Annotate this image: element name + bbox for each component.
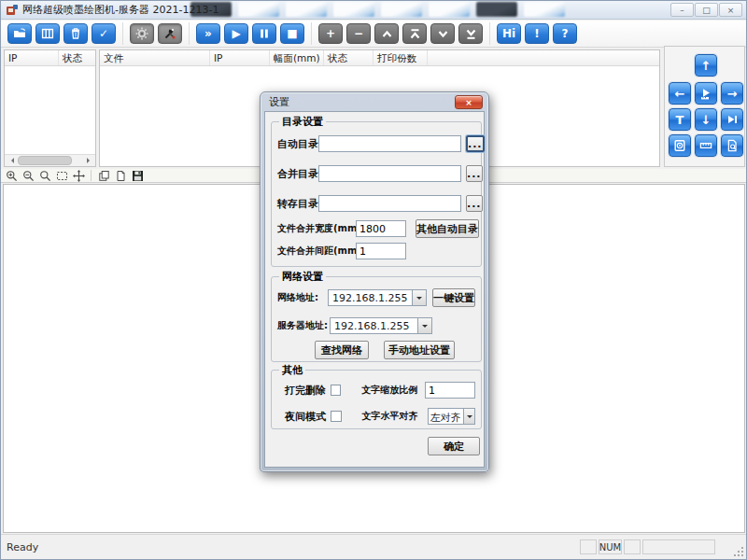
merge-gap-row: 文件合并间距(mm) [277, 243, 475, 259]
window-title: 网络超级喷墨绘图机-服务器 2021-1213-1 [22, 3, 218, 17]
column-width-mm[interactable]: 幅面(mm) [270, 50, 324, 65]
column-copies[interactable]: 打印份数 [374, 50, 428, 65]
titlebar[interactable]: 网络超级喷墨绘图机-服务器 2021-1213-1 – □ × [1, 1, 746, 20]
network-address-combo[interactable]: 192.168.1.255 [328, 289, 427, 306]
pan-button[interactable] [72, 169, 85, 182]
exclamation-icon: ! [534, 27, 539, 40]
combo-dropdown-button[interactable] [412, 289, 427, 306]
scroll-left-arrow[interactable] [5, 155, 17, 166]
status-pane [580, 539, 597, 554]
merge-width-input[interactable] [356, 220, 406, 237]
paper-roll-button[interactable] [669, 134, 691, 157]
move-bottom-button[interactable] [458, 23, 483, 44]
close-button[interactable]: × [719, 3, 742, 17]
nav-left-button[interactable]: ← [669, 82, 691, 105]
text-tool-icon: T [676, 113, 684, 127]
pause-icon [258, 27, 271, 40]
column-status[interactable]: 状态 [59, 50, 95, 65]
maximize-button[interactable]: □ [695, 3, 718, 17]
zoom-out-button[interactable] [21, 169, 35, 182]
tools-button[interactable] [158, 23, 182, 44]
nav-up-button[interactable]: ↑ [695, 54, 717, 77]
copy-icon [98, 170, 110, 182]
select-region-button[interactable] [55, 169, 68, 182]
triangle-left-icon [8, 158, 14, 163]
column-file[interactable]: 文件 [100, 50, 210, 65]
other-auto-dirs-button[interactable]: 其他自动目录 [416, 219, 479, 238]
one-key-setup-button[interactable]: 一键设置 [432, 288, 475, 307]
save-dir-browse-button[interactable]: ... [466, 195, 483, 212]
zoom-in-button[interactable] [5, 169, 18, 182]
scroll-right-arrow[interactable] [83, 155, 95, 166]
open-file-button[interactable] [7, 23, 32, 44]
merge-gap-input[interactable] [356, 243, 406, 259]
stop-button[interactable]: ■ [280, 23, 304, 44]
ruler-icon [698, 138, 713, 153]
save-button[interactable] [131, 169, 144, 182]
column-status[interactable]: 状态 [324, 50, 374, 65]
nav-down-button[interactable]: ↓ [695, 108, 717, 131]
merge-dir-browse-button[interactable]: ... [466, 165, 483, 182]
zoom-reset-button[interactable] [38, 169, 51, 182]
remove-button[interactable]: − [346, 23, 371, 44]
ok-button[interactable]: 确定 [428, 437, 480, 455]
scrollbar-thumb[interactable] [18, 156, 72, 165]
selection-rect-icon [56, 170, 68, 182]
plot-preview-button[interactable] [695, 82, 717, 105]
minimize-button[interactable]: – [670, 3, 694, 17]
auto-dir-browse-button[interactable]: ... [466, 135, 485, 152]
delete-after-print-checkbox[interactable] [331, 385, 341, 396]
night-mode-checkbox[interactable] [331, 411, 342, 422]
settings-dialog: 设置 × 目录设置 自动目录 ... 合并目录 ... 转存目录 [260, 91, 489, 472]
hi-button[interactable]: Hi [497, 23, 521, 44]
chevron-up-bar-icon [408, 27, 422, 41]
layout-columns-button[interactable] [35, 23, 60, 44]
nav-panel: ↑ ← → T ↓ [664, 46, 745, 167]
auto-dir-input[interactable] [318, 135, 461, 152]
text-tool-button[interactable]: T [669, 108, 691, 131]
status-pane [624, 539, 641, 554]
job-list-header: 文件 IP 幅面(mm) 状态 打印份数 [100, 50, 659, 66]
fast-forward-button[interactable]: » [196, 23, 220, 44]
help-button[interactable]: ? [553, 23, 577, 44]
skip-end-button[interactable] [721, 108, 743, 131]
text-scale-input[interactable] [425, 382, 475, 399]
copy-page-button[interactable] [97, 169, 110, 182]
column-filler [428, 50, 659, 65]
combo-dropdown-button[interactable] [417, 317, 432, 334]
column-ip[interactable]: IP [210, 50, 270, 65]
auto-dir-row: 自动目录 ... [277, 135, 475, 152]
move-down-button[interactable] [430, 23, 455, 44]
manual-address-button[interactable]: 手动地址设置 [384, 341, 455, 359]
group-label: 其他 [279, 363, 305, 377]
delete-button[interactable] [63, 23, 88, 44]
play-button[interactable]: ▶ [224, 23, 248, 44]
move-top-button[interactable] [402, 23, 427, 44]
save-dir-input[interactable] [318, 195, 461, 212]
find-network-button[interactable]: 查找网络 [315, 341, 369, 359]
page-magnifier-icon [725, 138, 740, 153]
text-align-select[interactable]: 左对齐 [428, 408, 475, 425]
page-preview-button[interactable] [114, 169, 127, 182]
horizontal-scrollbar[interactable] [5, 154, 95, 166]
column-ip[interactable]: IP [5, 50, 59, 65]
dialog-close-button[interactable]: × [455, 95, 483, 109]
combo-dropdown-button[interactable] [463, 408, 475, 425]
server-address-combo[interactable]: 192.168.1.255 [330, 317, 432, 334]
titlebar-glass-artifacts [190, 2, 565, 18]
page-inspect-button[interactable] [721, 134, 743, 157]
floppy-save-icon [132, 170, 144, 182]
pause-button[interactable] [252, 23, 276, 44]
warning-button[interactable]: ! [525, 23, 549, 44]
nav-right-button[interactable]: → [721, 82, 743, 105]
move-up-button[interactable] [374, 23, 399, 44]
merge-dir-input[interactable] [318, 165, 461, 182]
arrow-down-icon: ↓ [701, 113, 712, 127]
resize-grip[interactable] [733, 546, 744, 557]
ruler-button[interactable] [695, 134, 717, 157]
add-button[interactable]: + [318, 23, 343, 44]
settings-button[interactable] [130, 23, 154, 44]
confirm-button[interactable]: ✓ [92, 23, 116, 44]
stop-icon: ■ [287, 27, 297, 40]
server-address-label: 服务器地址: [277, 319, 330, 332]
